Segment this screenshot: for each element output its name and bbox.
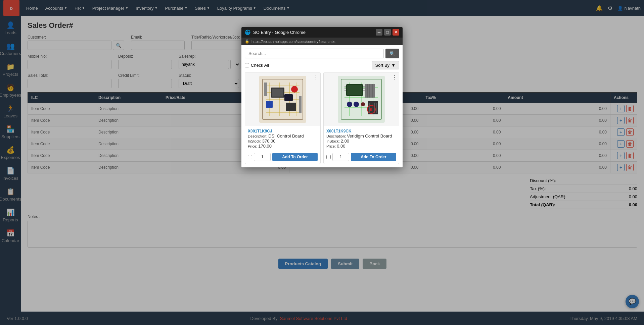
svg-point-42 xyxy=(354,102,359,107)
modal-url-bar: 🔒 https://eb.sanmolapps.com/sales/soentr… xyxy=(241,38,403,45)
product-card-2: ⋮ xyxy=(323,72,399,164)
svg-rect-16 xyxy=(286,103,296,111)
modal-controls: ─ □ ✕ xyxy=(376,29,399,36)
svg-rect-18 xyxy=(299,96,302,113)
product-svg-2: 6 xyxy=(338,76,385,123)
svg-rect-32 xyxy=(363,86,365,87)
check-all-label: Check All xyxy=(251,63,269,68)
modal-search-input[interactable] xyxy=(245,49,384,58)
product-desc-2: Description: Veridigm Control Board xyxy=(326,133,396,139)
product-card-1: ⋮ xyxy=(245,72,321,164)
svg-rect-14 xyxy=(266,101,273,108)
svg-point-15 xyxy=(291,86,298,93)
product-checkbox-2[interactable] xyxy=(326,155,331,159)
product-desc-1: Description: DSI Control Board xyxy=(248,133,318,139)
svg-rect-28 xyxy=(347,85,362,95)
modal-maximize-button[interactable]: □ xyxy=(384,29,391,36)
product-info-2: X001T1K9CK Description: Veridigm Control… xyxy=(324,126,399,151)
product-code-2: X001T1K9CK xyxy=(326,129,396,133)
product-image-1 xyxy=(245,72,320,126)
product-qty-2[interactable] xyxy=(332,153,349,161)
check-all-group: Check All xyxy=(245,63,269,68)
product-image-2: 6 xyxy=(324,72,399,126)
product-code-1: X001T1K9CJ xyxy=(248,129,318,133)
modal-titlebar: 🌐 SO Entry - Google Chrome ─ □ ✕ xyxy=(241,27,403,38)
product-stock-1: InStock: 370.00 xyxy=(248,139,318,144)
svg-point-43 xyxy=(361,102,365,106)
modal-filter-row: Check All Sort By ▼ xyxy=(245,61,399,69)
modal-search-row: 🔍 xyxy=(245,49,399,58)
lock-icon: 🔒 xyxy=(245,39,249,44)
modal-url: https://eb.sanmolapps.com/sales/soentry?… xyxy=(251,40,399,44)
product-price-2: Price: 0.00 xyxy=(326,144,396,149)
modal-overlay: 🌐 SO Entry - Google Chrome ─ □ ✕ 🔒 https… xyxy=(0,0,644,312)
svg-rect-31 xyxy=(344,90,346,91)
product-qty-1[interactable] xyxy=(254,153,271,161)
product-stock-2: InStock: 2.00 xyxy=(326,139,396,144)
product-info-1: X001T1K9CJ Description: DSI Control Boar… xyxy=(245,126,320,151)
svg-text:6: 6 xyxy=(370,107,372,112)
svg-rect-12 xyxy=(272,89,283,97)
svg-rect-30 xyxy=(344,88,346,89)
product-price-1: Price: 170.00 xyxy=(248,144,318,149)
sort-caret-icon: ▼ xyxy=(391,63,396,68)
product-svg-1 xyxy=(259,76,306,123)
products-grid: ⋮ xyxy=(245,72,399,164)
svg-rect-29 xyxy=(344,86,346,87)
svg-point-41 xyxy=(347,102,352,107)
product-actions-1: Add To Order xyxy=(245,151,320,164)
product-actions-2: Add To Order xyxy=(324,151,399,164)
modal-window: 🌐 SO Entry - Google Chrome ─ □ ✕ 🔒 https… xyxy=(241,27,403,167)
svg-rect-13 xyxy=(284,94,293,101)
check-all-checkbox[interactable] xyxy=(245,63,249,67)
modal-close-button[interactable]: ✕ xyxy=(393,29,399,36)
svg-rect-17 xyxy=(264,83,267,96)
modal-search-button[interactable]: 🔍 xyxy=(385,49,399,58)
modal-title: SO Entry - Google Chrome xyxy=(253,30,306,35)
modal-body: 🔍 Check All Sort By ▼ ⋮ xyxy=(241,45,403,167)
product-checkbox-1[interactable] xyxy=(248,155,252,159)
add-to-order-btn-1[interactable]: Add To Order xyxy=(272,153,318,161)
sort-by-button[interactable]: Sort By ▼ xyxy=(372,61,400,69)
add-to-order-btn-2[interactable]: Add To Order xyxy=(351,153,396,161)
modal-minimize-button[interactable]: ─ xyxy=(376,29,382,36)
svg-rect-33 xyxy=(363,88,365,89)
product-menu-icon-2[interactable]: ⋮ xyxy=(392,74,397,80)
modal-favicon: 🌐 xyxy=(245,30,250,35)
product-menu-icon-1[interactable]: ⋮ xyxy=(313,74,319,80)
svg-rect-34 xyxy=(363,90,365,91)
